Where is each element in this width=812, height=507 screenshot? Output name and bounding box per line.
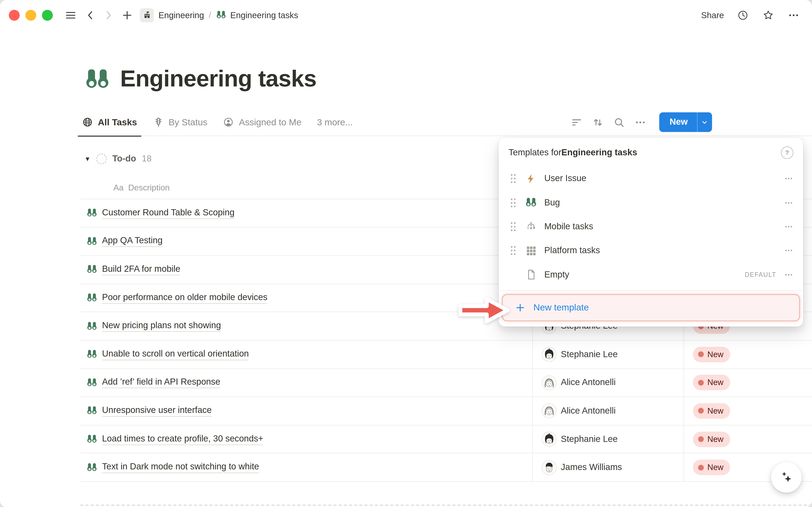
template-item-bug[interactable]: Bug (499, 190, 803, 215)
avatar (542, 432, 556, 446)
teamspace-building-icon[interactable] (140, 8, 154, 22)
drag-handle-icon[interactable] (509, 221, 517, 232)
favorite-star-icon[interactable] (762, 8, 774, 21)
new-template-button[interactable]: New template (502, 294, 800, 322)
new-button-dropdown[interactable] (698, 112, 712, 132)
binoculars-icon (87, 264, 97, 275)
status-cell[interactable]: New (684, 425, 730, 453)
help-icon[interactable]: ? (781, 147, 794, 159)
sparkles-icon (779, 470, 794, 485)
tab-assigned-to-me[interactable]: Assigned to Me (219, 108, 306, 136)
status-cell[interactable]: New (684, 340, 730, 368)
task-title-link[interactable]: Add ’ref’ field in API Response (102, 377, 220, 388)
forward-icon[interactable] (102, 8, 115, 21)
view-controls: New (570, 108, 712, 136)
more-options-icon[interactable] (787, 8, 800, 21)
status-badge: New (693, 403, 730, 419)
screenshot-stage: Engineering / Engineering tasks Share En… (0, 0, 812, 507)
sort-icon[interactable] (591, 115, 604, 129)
breadcrumb: Engineering / Engineering tasks (140, 8, 298, 22)
binoculars-icon (524, 196, 538, 210)
template-options-icon[interactable] (784, 270, 794, 279)
avatar (542, 376, 556, 390)
task-title-link[interactable]: Text in Dark mode not switching to white (102, 462, 259, 473)
person-circle-icon (223, 116, 234, 128)
status-cell[interactable]: New (684, 454, 730, 481)
new-button-label[interactable]: New (659, 112, 697, 132)
status-cell[interactable]: New (684, 397, 730, 425)
drag-handle-icon[interactable] (509, 245, 517, 257)
share-button[interactable]: Share (701, 10, 724, 20)
back-icon[interactable] (84, 8, 97, 21)
page-title[interactable]: Engineering tasks (120, 65, 316, 92)
task-title-cell: App QA Testing (87, 228, 163, 255)
task-title-link[interactable]: Load times to create profile, 30 seconds… (102, 434, 263, 445)
assignee-cell[interactable]: Alice Antonelli (533, 369, 684, 396)
sidebar-menu-icon[interactable] (64, 8, 77, 21)
template-item-user-issue[interactable]: User Issue (499, 167, 803, 191)
template-item-platform-tasks[interactable]: Platform tasks (499, 239, 803, 263)
avatar (542, 347, 556, 361)
assignee-cell[interactable]: James Williams (533, 454, 684, 481)
tab-all-tasks[interactable]: All Tasks (77, 108, 141, 136)
binoculars-icon (87, 349, 97, 360)
template-label: Empty (544, 270, 569, 280)
binoculars-icon (87, 405, 97, 416)
column-header-description[interactable]: Aa Description (113, 180, 170, 196)
collapse-triangle-icon[interactable]: ▼ (85, 156, 91, 162)
template-options-icon[interactable] (784, 198, 794, 207)
text-type-icon: Aa (113, 183, 123, 192)
template-item-mobile-tasks[interactable]: Mobile tasks (499, 215, 803, 239)
template-options-icon[interactable] (784, 174, 794, 183)
breadcrumb-page[interactable]: Engineering tasks (230, 10, 298, 20)
new-page-icon[interactable] (121, 8, 133, 21)
tab-more-views[interactable]: 3 more... (313, 108, 357, 136)
notion-ai-button[interactable] (771, 462, 802, 493)
new-button[interactable]: New (659, 112, 712, 132)
template-item-empty[interactable]: Empty DEFAULT (499, 263, 803, 287)
task-title-link[interactable]: Unresponsive user interface (102, 405, 211, 416)
task-title-link[interactable]: Build 2FA for mobile (102, 264, 180, 275)
assignee-name: James Williams (561, 462, 622, 472)
breadcrumb-separator: / (209, 10, 211, 20)
binoculars-icon (87, 321, 97, 332)
task-title-link[interactable]: App QA Testing (102, 236, 162, 247)
new-template-label: New template (533, 302, 589, 313)
assignee-cell[interactable]: Alice Antonelli (533, 397, 684, 425)
templates-panel-footer: New template (499, 290, 803, 325)
updates-clock-icon[interactable] (736, 8, 749, 21)
templates-title-name: Engineering tasks (561, 148, 637, 158)
assignee-cell[interactable]: Stephanie Lee (533, 340, 684, 368)
template-options-icon[interactable] (784, 222, 794, 231)
close-window-button[interactable] (9, 9, 20, 20)
drag-handle-icon[interactable] (509, 197, 517, 208)
group-header-todo: ▼ To-do 18 (85, 150, 152, 168)
status-badge: New (693, 375, 730, 390)
assignee-cell[interactable]: Stephanie Lee (533, 425, 684, 453)
group-name[interactable]: To-do (112, 154, 136, 164)
binoculars-icon (87, 377, 97, 388)
view-options-icon[interactable] (633, 115, 647, 129)
template-label: Bug (544, 198, 560, 208)
assignee-name: Alice Antonelli (561, 378, 615, 388)
drag-handle-icon[interactable] (509, 173, 517, 184)
tab-by-status[interactable]: By Status (149, 108, 212, 136)
grid-icon (524, 244, 538, 258)
filter-icon[interactable] (570, 115, 583, 129)
template-label: Mobile tasks (544, 222, 593, 232)
search-icon[interactable] (612, 115, 626, 129)
status-cell[interactable]: New (684, 369, 730, 396)
minimize-window-button[interactable] (25, 9, 36, 20)
task-title-cell: Unable to scroll on vertical orientation (87, 340, 249, 368)
tab-label: All Tasks (98, 117, 137, 127)
task-title-link[interactable]: Poor performance on older mobile devices (102, 292, 267, 304)
zoom-window-button[interactable] (42, 9, 53, 20)
page-binoculars-icon[interactable] (85, 67, 110, 93)
template-label: Platform tasks (544, 245, 600, 256)
templates-title-prefix: Templates for (508, 148, 561, 158)
task-title-link[interactable]: Unable to scroll on vertical orientation (102, 349, 249, 360)
task-title-link[interactable]: New pricing plans not showing (102, 320, 221, 332)
template-options-icon[interactable] (784, 246, 794, 255)
task-title-link[interactable]: Customer Round Table & Scoping (102, 208, 234, 219)
breadcrumb-space[interactable]: Engineering (158, 10, 204, 20)
